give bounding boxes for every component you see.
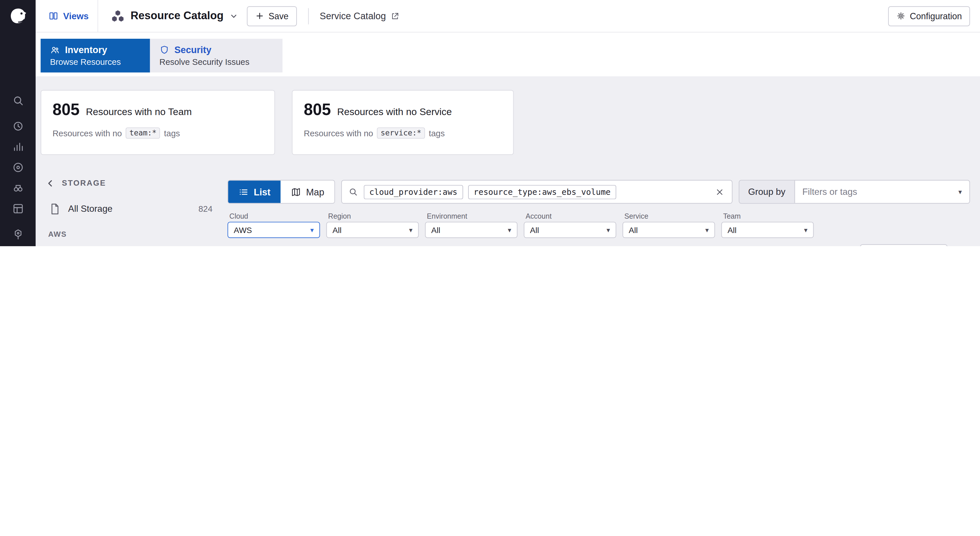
group-by-placeholder: Filters or tags [802, 187, 857, 197]
storage-nav-groups: AWSAMIS0EBS Snapshots0EBS Volumes824aS3 … [41, 230, 219, 246]
service-catalog-icon[interactable] [9, 226, 27, 242]
configuration-button[interactable]: Configuration [888, 6, 970, 26]
tab-inventory[interactable]: Inventory Browse Resources [41, 39, 150, 73]
watchdog-icon[interactable] [9, 159, 27, 175]
map-view-label: Map [306, 186, 325, 197]
tab-security[interactable]: Security Resolve Security Issues [150, 39, 283, 73]
search-icon [348, 187, 358, 197]
binoculars-icon[interactable] [9, 180, 27, 196]
no-service-title: Resources with no Service [337, 106, 452, 118]
filter-value: All [727, 225, 736, 235]
map-icon [291, 186, 301, 197]
filter-label: Region [328, 212, 419, 220]
clear-search-button[interactable] [714, 186, 725, 198]
external-link-icon [391, 11, 399, 20]
service-catalog-link[interactable]: Service Catalog [320, 11, 399, 21]
chevron-down-icon: ▾ [958, 188, 962, 195]
filter-label: Team [723, 212, 814, 220]
card-desc-text: Resources with no [304, 128, 373, 138]
group-by-label[interactable]: Group by [740, 180, 795, 203]
app-logo[interactable] [6, 5, 29, 27]
filter-select[interactable]: All▾ [721, 222, 814, 238]
no-team-title: Resources with no Team [86, 106, 192, 118]
search-token[interactable]: resource_type:aws_ebs_volume [468, 184, 616, 199]
back-button[interactable] [43, 176, 57, 190]
filter-select[interactable]: AWS▾ [228, 222, 320, 238]
resource-catalog-icon [110, 9, 125, 23]
save-button[interactable]: Save [247, 6, 296, 26]
filter-select[interactable]: All▾ [425, 222, 517, 238]
tab-subtitle: Resolve Security Issues [159, 57, 273, 67]
filter-label: Environment [427, 212, 517, 220]
top-bar: Views Resource Catalog Save Service Cata… [36, 0, 980, 32]
configuration-label: Configuration [910, 11, 962, 21]
containers-icon[interactable] [9, 200, 27, 216]
chevron-down-icon: ▾ [804, 226, 808, 233]
list-view-button[interactable]: List [228, 180, 280, 203]
filter-select[interactable]: All▾ [326, 222, 419, 238]
history-icon[interactable] [9, 118, 27, 134]
no-team-card[interactable]: 805 Resources with no Team Resources wit… [41, 90, 275, 155]
views-icon [48, 11, 59, 21]
storage-nav-item-all[interactable]: All Storage 824 [41, 197, 219, 221]
search-token[interactable]: cloud_provider:aws [364, 184, 463, 199]
search-input[interactable]: cloud_provider:awsresource_type:aws_ebs_… [341, 180, 732, 204]
view-toggle: List Map [228, 180, 335, 204]
gear-icon [896, 11, 906, 21]
tab-strip: Inventory Browse Resources Security Reso… [36, 32, 980, 76]
group-by-select[interactable]: Filters or tags ▾ [795, 180, 969, 203]
catalog-title-menu[interactable]: Resource Catalog [110, 9, 238, 23]
storage-nav-item-label: All Storage [68, 203, 192, 215]
card-desc-text: tags [429, 128, 445, 138]
page-title: Resource Catalog [130, 10, 224, 23]
storage-nav-item-count: 824 [198, 204, 212, 214]
chevron-down-icon: ▾ [508, 226, 511, 233]
chevron-down-icon: ▾ [606, 226, 610, 233]
storage-nav-title: STORAGE [62, 179, 106, 188]
views-button[interactable]: Views [48, 11, 89, 21]
filter-team: TeamAll▾ [721, 212, 814, 238]
main-panel: List Map cloud_provider:awsresource_type… [228, 180, 970, 246]
filter-select[interactable]: All▾ [524, 222, 616, 238]
storage-nav: STORAGE All Storage 824 AWSAMIS0EBS Snap… [41, 176, 219, 246]
plus-icon [255, 11, 264, 21]
export-csv-button[interactable]: Export as CSV [860, 244, 947, 246]
filter-environment: EnvironmentAll▾ [425, 212, 517, 238]
filter-value: AWS [234, 225, 252, 235]
nav-section-label: AWS [48, 230, 219, 239]
rail-icon-group [9, 226, 27, 246]
chevron-down-icon: ▾ [310, 226, 314, 233]
rail-icon-group [9, 118, 27, 216]
group-by-control: Group by Filters or tags ▾ [739, 180, 970, 204]
filter-bar: CloudAWS▾RegionAll▾EnvironmentAll▾Accoun… [228, 212, 970, 238]
filter-value: All [332, 225, 341, 235]
metrics-icon[interactable] [9, 138, 27, 154]
no-team-count: 805 [52, 100, 80, 119]
divider [308, 8, 308, 24]
filter-service: ServiceAll▾ [623, 212, 715, 238]
storage-nav-item[interactable]: AMIS0 [41, 242, 219, 246]
save-label: Save [268, 11, 288, 21]
filter-account: AccountAll▾ [524, 212, 616, 238]
no-service-card[interactable]: 805 Resources with no Service Resources … [292, 90, 514, 155]
filter-value: All [530, 225, 539, 235]
left-nav-rail: ? Help [0, 0, 36, 246]
views-label: Views [63, 11, 89, 21]
filter-label: Service [624, 212, 715, 220]
list-view-label: List [254, 186, 270, 197]
team-tag-code: team:* [126, 127, 161, 138]
search-tokens: cloud_provider:awsresource_type:aws_ebs_… [364, 184, 708, 199]
content-area: 805 Resources with no Team Resources wit… [36, 76, 980, 246]
rail-icon-group [9, 92, 27, 108]
search-icon[interactable] [9, 92, 27, 108]
map-view-button[interactable]: Map [280, 180, 334, 203]
resource-catalog-page: ? Help Views Resource Catalog Save [0, 0, 980, 246]
card-desc-text: tags [164, 128, 180, 138]
filter-select[interactable]: All▾ [623, 222, 715, 238]
document-icon [48, 202, 62, 215]
filter-value: All [628, 225, 638, 235]
filter-cloud: CloudAWS▾ [228, 212, 320, 238]
tab-subtitle: Browse Resources [50, 57, 141, 67]
list-icon [238, 186, 249, 197]
summary-cards: 805 Resources with no Team Resources wit… [41, 90, 514, 155]
